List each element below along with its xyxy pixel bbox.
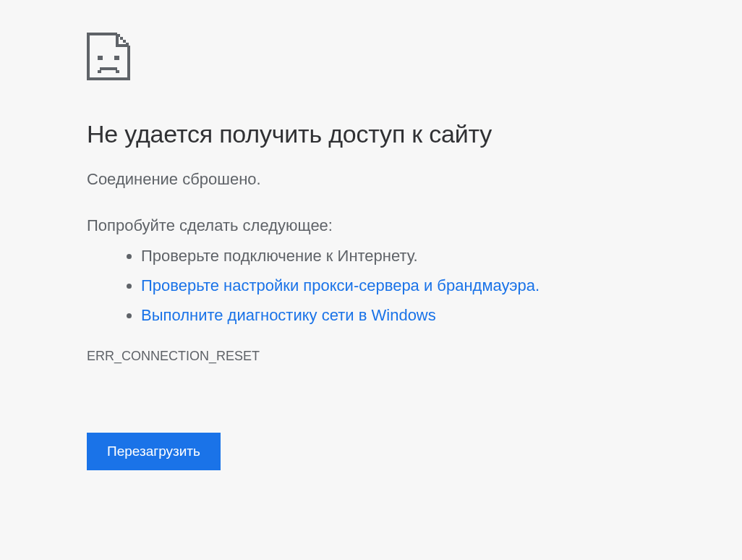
error-icon-container bbox=[87, 33, 742, 80]
list-item: Выполните диагностику сети в Windows bbox=[141, 303, 742, 327]
svg-rect-3 bbox=[120, 37, 123, 40]
suggestions-intro: Попробуйте сделать следующее: bbox=[87, 216, 742, 235]
reload-button[interactable]: Перезагрузить bbox=[87, 433, 221, 470]
svg-rect-4 bbox=[123, 40, 126, 43]
network-diagnostics-link[interactable]: Выполните диагностику сети в Windows bbox=[141, 306, 436, 324]
proxy-firewall-link[interactable]: Проверьте настройки прокси-сервера и бра… bbox=[141, 276, 540, 294]
svg-rect-7 bbox=[114, 56, 119, 60]
suggestion-text: Проверьте подключение к Интернету. bbox=[141, 247, 418, 265]
svg-rect-6 bbox=[98, 56, 103, 60]
error-code: ERR_CONNECTION_RESET bbox=[87, 349, 742, 364]
svg-rect-10 bbox=[116, 70, 119, 73]
list-item: Проверьте подключение к Интернету. bbox=[141, 244, 742, 268]
svg-rect-5 bbox=[126, 43, 129, 46]
suggestions-list: Проверьте подключение к Интернету. Прове… bbox=[87, 244, 742, 327]
error-heading: Не удается получить доступ к сайту bbox=[87, 120, 742, 148]
list-item: Проверьте настройки прокси-сервера и бра… bbox=[141, 273, 742, 297]
sad-page-icon bbox=[87, 33, 130, 80]
svg-rect-8 bbox=[100, 67, 117, 70]
error-subtitle: Соединение сброшено. bbox=[87, 170, 742, 189]
svg-rect-2 bbox=[117, 34, 120, 37]
svg-rect-9 bbox=[98, 70, 101, 73]
